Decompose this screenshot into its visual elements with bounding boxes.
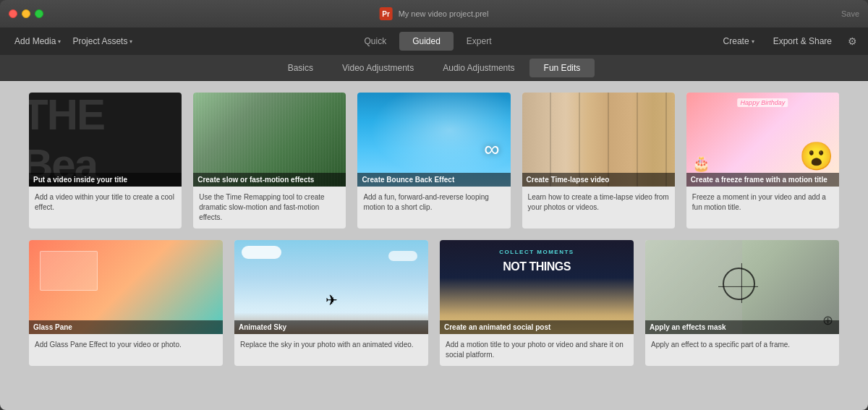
- card-desc-1: Add a video within your title to create …: [29, 187, 182, 218]
- card-label-5: Create a freeze frame with a motion titl…: [686, 173, 839, 187]
- card-thumbnail-4: Create Time-lapse video: [522, 93, 675, 187]
- minimize-button[interactable]: [22, 9, 30, 18]
- project-title: My new video project.prel: [399, 9, 489, 18]
- tab-quick[interactable]: Quick: [351, 32, 399, 51]
- card-label-4: Create Time-lapse video: [522, 173, 675, 187]
- card-label-2: Create slow or fast-motion effects: [193, 173, 346, 187]
- title-bar: Pr My new video project.prel Save: [0, 0, 868, 27]
- card-social-post[interactable]: COLLECT MOMENTS NOT THINGS Create an ani…: [440, 240, 634, 366]
- cloud-1: [242, 246, 281, 259]
- save-button[interactable]: Save: [841, 9, 859, 18]
- target-circle: [723, 268, 755, 300]
- card-label-3: Create Bounce Back Effect: [357, 173, 510, 187]
- card-label-8: Create an animated social post: [440, 320, 634, 334]
- subtab-fun-edits[interactable]: Fun Edits: [529, 59, 595, 77]
- main-content: THEBea Put a video inside your title Add…: [0, 81, 868, 410]
- card-desc-3: Add a fun, forward-and-reverse looping m…: [357, 187, 510, 218]
- card-label-6: Glass Pane: [29, 320, 223, 334]
- subtab-basics[interactable]: Basics: [273, 59, 328, 77]
- card-glass-pane[interactable]: Glass Pane Add Glass Pane Effect to your…: [29, 240, 223, 366]
- add-media-menu[interactable]: Add Media ▾: [9, 33, 67, 49]
- social-not-things: NOT THINGS: [440, 260, 634, 273]
- close-button[interactable]: [9, 9, 17, 18]
- card-desc-4: Learn how to create a time-lapse video f…: [522, 187, 675, 218]
- social-collect-text: COLLECT MOMENTS: [440, 249, 634, 255]
- card-freeze-frame[interactable]: Happy Birthday 😮 🎂 Create a freeze frame…: [686, 93, 839, 229]
- subtab-video-adjustments[interactable]: Video Adjustments: [328, 59, 428, 77]
- card-thumbnail-2: Create slow or fast-motion effects: [193, 93, 346, 187]
- birthday-cake: 🎂: [692, 155, 710, 172]
- tab-expert[interactable]: Expert: [454, 32, 505, 51]
- card-desc-5: Freeze a moment in your video and add a …: [686, 187, 839, 218]
- card-bounce-back[interactable]: ∞ Create Bounce Back Effect Add a fun, f…: [357, 93, 510, 229]
- cards-row-1: THEBea Put a video inside your title Add…: [29, 93, 839, 229]
- card-thumbnail-8: COLLECT MOMENTS NOT THINGS Create an ani…: [440, 240, 634, 334]
- card-desc-2: Use the Time Remapping tool to create dr…: [193, 187, 346, 229]
- menu-bar: Add Media ▾ Project Assets ▾ Quick Guide…: [0, 27, 868, 55]
- title-bar-right: Save: [841, 9, 859, 18]
- card-thumbnail-1: THEBea Put a video inside your title: [29, 93, 182, 187]
- export-share-button[interactable]: Export & Share: [766, 33, 839, 49]
- card-desc-9: Apply an effect to a specific part of a …: [645, 334, 839, 356]
- plane-icon: ✈: [326, 291, 338, 309]
- add-media-arrow: ▾: [58, 38, 61, 45]
- birthday-face: 😮: [799, 140, 833, 172]
- app-logo: Pr: [380, 7, 393, 20]
- card-desc-8: Add a motion title to your photo or vide…: [440, 334, 634, 366]
- cards-row-2: Glass Pane Add Glass Pane Effect to your…: [29, 240, 839, 366]
- sub-tabs: Basics Video Adjustments Audio Adjustmen…: [0, 55, 868, 81]
- title-bar-center: Pr My new video project.prel: [380, 7, 489, 20]
- menu-right: Create ▾ Export & Share ⚙: [718, 33, 859, 49]
- card-timelapse[interactable]: Create Time-lapse video Learn how to cre…: [522, 93, 675, 229]
- project-assets-menu[interactable]: Project Assets ▾: [67, 33, 138, 49]
- card-label-1: Put a video inside your title: [29, 173, 182, 187]
- card-thumbnail-5: Happy Birthday 😮 🎂 Create a freeze frame…: [686, 93, 839, 187]
- project-assets-arrow: ▾: [129, 38, 132, 45]
- card-title-video[interactable]: THEBea Put a video inside your title Add…: [29, 93, 182, 229]
- card-label-9: Apply an effects mask: [645, 320, 839, 334]
- card-slow-motion[interactable]: Create slow or fast-motion effects Use t…: [193, 93, 346, 229]
- subtab-audio-adjustments[interactable]: Audio Adjustments: [428, 59, 529, 77]
- card-thumbnail-9: ⊕ Apply an effects mask: [645, 240, 839, 334]
- mode-tabs: Quick Guided Expert: [138, 32, 717, 51]
- cloud-2: [388, 251, 417, 261]
- create-arrow: ▾: [752, 38, 754, 45]
- card-label-7: Animated Sky: [234, 320, 428, 334]
- card-thumbnail-6: Glass Pane: [29, 240, 223, 334]
- maximize-button[interactable]: [35, 9, 43, 18]
- traffic-lights: [9, 9, 43, 18]
- glass-overlay: [40, 251, 98, 291]
- birthday-text: Happy Birthday: [738, 98, 788, 107]
- target-h-line: [718, 286, 758, 287]
- card-thumbnail-7: ✈ Animated Sky: [234, 240, 428, 334]
- tab-guided[interactable]: Guided: [399, 32, 454, 51]
- target-v-line: [741, 263, 742, 303]
- infinity-icon: ∞: [484, 137, 499, 161]
- card-effects-mask[interactable]: ⊕ Apply an effects mask Apply an effect …: [645, 240, 839, 366]
- settings-icon[interactable]: ⚙: [845, 34, 859, 48]
- card-thumbnail-3: ∞ Create Bounce Back Effect: [357, 93, 510, 187]
- card-desc-6: Add Glass Pane Effect to your video or p…: [29, 334, 223, 356]
- create-menu[interactable]: Create ▾: [718, 33, 760, 49]
- card-desc-7: Replace the sky in your photo with an an…: [234, 334, 428, 356]
- card-animated-sky[interactable]: ✈ Animated Sky Replace the sky in your p…: [234, 240, 428, 366]
